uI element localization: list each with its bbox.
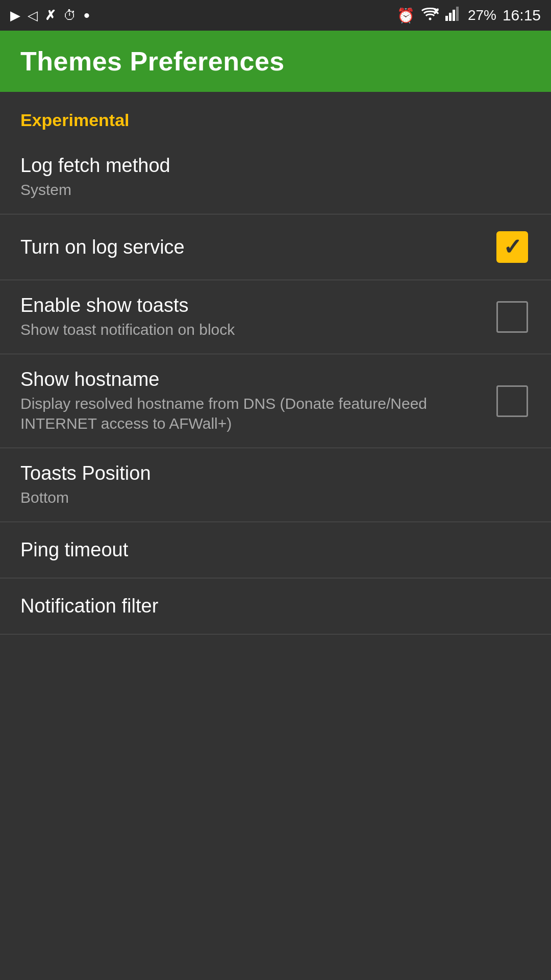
checkmark-icon: ✓ xyxy=(503,236,522,258)
list-item-enable-show-toasts-subtitle: Show toast notification on block xyxy=(20,320,484,339)
svg-rect-4 xyxy=(449,13,452,21)
list-item-toasts-position-title: Toasts Position xyxy=(20,462,531,484)
list-item-ping-timeout-title: Ping timeout xyxy=(20,539,531,561)
status-time: 16:15 xyxy=(503,7,541,24)
list-item-log-fetch-method-subtitle: System xyxy=(20,180,531,200)
list-item-show-hostname-text: Show hostname Display resolved hostname … xyxy=(20,369,484,433)
list-item-enable-show-toasts[interactable]: Enable show toasts Show toast notificati… xyxy=(0,280,551,354)
checkbox-unchecked-indicator xyxy=(496,301,528,333)
list-item-turn-on-log-service-title: Turn on log service xyxy=(20,236,484,258)
enable-show-toasts-checkbox[interactable] xyxy=(494,299,531,335)
list-item-turn-on-log-service-text: Turn on log service xyxy=(20,236,484,258)
checkbox-unchecked-hostname xyxy=(496,385,528,417)
status-icons-left: ◁ ✗ ⏱ • xyxy=(10,6,90,26)
list-item-turn-on-log-service[interactable]: Turn on log service ✓ xyxy=(0,214,551,280)
svg-rect-3 xyxy=(445,16,448,21)
status-bar: ◁ ✗ ⏱ • ⏰ 27% 16:15 xyxy=(0,0,551,31)
list-item-show-hostname-title: Show hostname xyxy=(20,369,484,390)
alarm-icon: ⏰ xyxy=(397,7,415,24)
show-hostname-checkbox[interactable] xyxy=(494,383,531,420)
section-experimental-label: Experimental xyxy=(20,110,130,130)
section-experimental-header: Experimental xyxy=(0,92,551,140)
list-item-toasts-position-text: Toasts Position Bottom xyxy=(20,462,531,507)
nav-icon: ◁ xyxy=(28,8,38,23)
list-item-show-hostname-subtitle: Display resolved hostname from DNS (Dona… xyxy=(20,394,484,433)
signal-icon xyxy=(445,7,462,24)
list-item-notification-filter-text: Notification filter xyxy=(20,595,531,617)
wifi-x-icon xyxy=(421,7,439,24)
svg-rect-5 xyxy=(453,10,455,21)
toolbar: Themes Preferences xyxy=(0,31,551,92)
timer-icon: ⏱ xyxy=(63,8,77,23)
list-item-ping-timeout[interactable]: Ping timeout xyxy=(0,522,551,578)
content-area: Experimental Log fetch method System Tur… xyxy=(0,92,551,634)
battery-text: 27% xyxy=(468,7,496,23)
page-title: Themes Preferences xyxy=(20,46,285,77)
list-item-toasts-position-subtitle: Bottom xyxy=(20,487,531,507)
list-item-notification-filter-title: Notification filter xyxy=(20,595,531,617)
dot-icon: • xyxy=(84,6,90,26)
list-item-notification-filter[interactable]: Notification filter xyxy=(0,578,551,634)
shield-icon: ✗ xyxy=(45,8,56,23)
list-item-enable-show-toasts-title: Enable show toasts xyxy=(20,295,484,316)
list-item-log-fetch-method-text: Log fetch method System xyxy=(20,155,531,200)
list-item-show-hostname[interactable]: Show hostname Display resolved hostname … xyxy=(0,354,551,448)
list-item-ping-timeout-text: Ping timeout xyxy=(20,539,531,561)
svg-point-0 xyxy=(429,18,431,20)
svg-rect-6 xyxy=(456,7,459,21)
checkbox-checked-indicator: ✓ xyxy=(496,231,528,263)
list-item-log-fetch-method[interactable]: Log fetch method System xyxy=(0,140,551,214)
play-icon xyxy=(10,8,20,23)
list-item-toasts-position[interactable]: Toasts Position Bottom xyxy=(0,448,551,522)
status-icons-right: ⏰ 27% 16:15 xyxy=(397,7,541,24)
list-item-log-fetch-method-title: Log fetch method xyxy=(20,155,531,177)
list-item-enable-show-toasts-text: Enable show toasts Show toast notificati… xyxy=(20,295,484,339)
turn-on-log-service-checkbox[interactable]: ✓ xyxy=(494,229,531,265)
